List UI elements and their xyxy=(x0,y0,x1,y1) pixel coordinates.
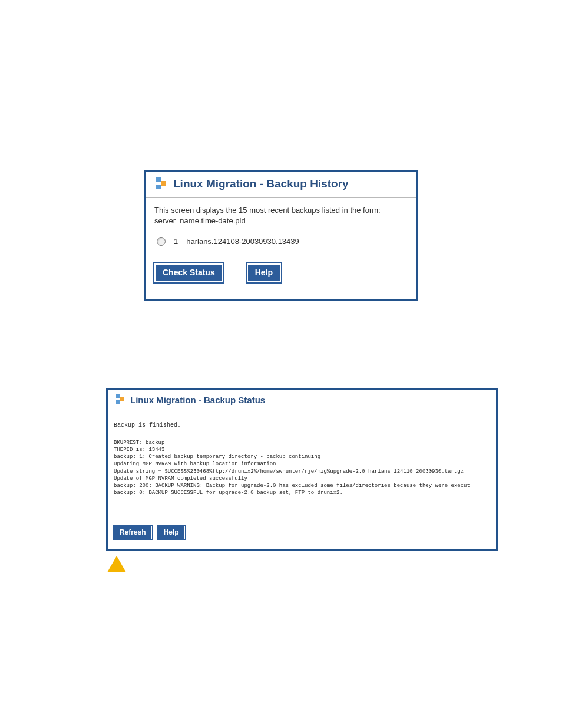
panel-history-intro: This screen displays the 15 most recent … xyxy=(154,205,408,226)
panel-backup-status: Linux Migration - Backup Status Backup i… xyxy=(106,388,498,551)
log-line: Update string = SUCCESS%230468%ftp://dru… xyxy=(114,469,464,475)
app-logo-icon xyxy=(154,177,167,190)
panel-history-title: Linux Migration - Backup History xyxy=(173,177,349,190)
list-item-label: harlans.124108-20030930.13439 xyxy=(186,236,299,247)
log-line: Updating MGP NVRAM with backup location … xyxy=(114,461,276,467)
status-button-row: Refresh Help xyxy=(114,526,492,539)
log-line: backup: 0: BACKUP SUCCESSFUL for upgrade… xyxy=(114,490,343,496)
history-button-row: Check Status Help xyxy=(154,263,408,282)
caution-icon xyxy=(107,556,126,572)
radio-icon[interactable] xyxy=(157,237,166,246)
check-status-button[interactable]: Check Status xyxy=(154,263,223,282)
log-line: THEPID is: 13443 xyxy=(114,447,164,453)
help-button[interactable]: Help xyxy=(247,263,281,282)
panel-status-header: Linux Migration - Backup Status xyxy=(108,390,496,410)
help-button[interactable]: Help xyxy=(158,526,185,539)
log-line: backup: 1: Created backup temporary dire… xyxy=(114,454,320,460)
panel-history-body: This screen displays the 15 most recent … xyxy=(146,198,416,299)
backup-log-output: BKUPREST: backup THEPID is: 13443 backup… xyxy=(114,439,492,496)
page-root: Linux Migration - Backup History This sc… xyxy=(0,0,562,728)
log-line: backup: 200: BACKUP WARNING: Backup for … xyxy=(114,483,470,489)
intro-line-2: server_name.time-date.pid xyxy=(154,216,408,226)
log-line: BKUPREST: backup xyxy=(114,440,164,446)
panel-history-header: Linux Migration - Backup History xyxy=(146,172,416,198)
log-line: Update of MGP NVRAM completed successful… xyxy=(114,476,247,482)
list-item-index: 1 xyxy=(174,236,178,247)
intro-line-1: This screen displays the 15 most recent … xyxy=(154,205,408,216)
app-logo-icon xyxy=(115,394,125,405)
panel-status-title: Linux Migration - Backup Status xyxy=(130,395,265,405)
refresh-button[interactable]: Refresh xyxy=(114,526,152,539)
backup-status-line: Backup is finished. xyxy=(114,422,492,429)
panel-backup-history: Linux Migration - Backup History This sc… xyxy=(144,170,418,301)
backup-list-item[interactable]: 1 harlans.124108-20030930.13439 xyxy=(157,236,408,247)
panel-status-body: Backup is finished. BKUPREST: backup THE… xyxy=(108,410,496,549)
